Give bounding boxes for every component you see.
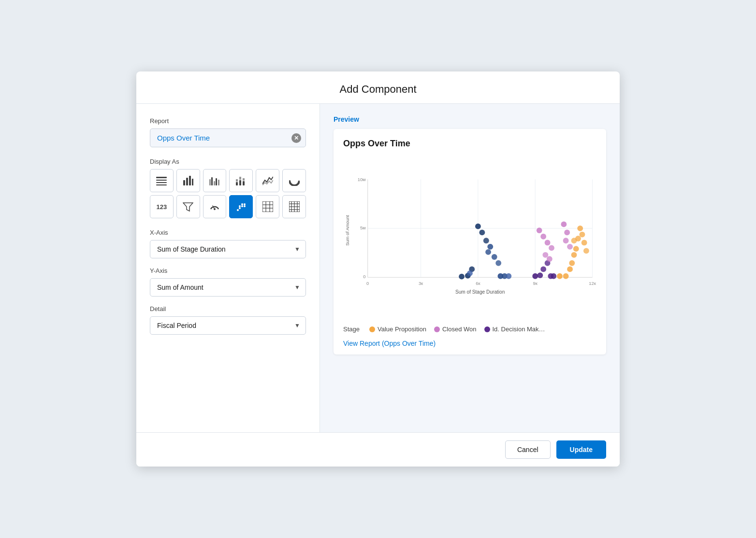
- chart-type-line[interactable]: [256, 169, 279, 192]
- svg-rect-9: [211, 177, 213, 185]
- svg-point-94: [561, 222, 567, 227]
- svg-rect-14: [236, 179, 238, 182]
- svg-text:9к: 9к: [533, 281, 538, 286]
- chart-type-donut[interactable]: [282, 169, 306, 192]
- chart-type-matrix[interactable]: [282, 195, 306, 218]
- svg-point-19: [290, 176, 299, 185]
- clear-report-button[interactable]: ✕: [291, 133, 301, 143]
- svg-point-75: [551, 273, 556, 279]
- svg-point-60: [479, 229, 485, 235]
- stacked-bar-icon: [236, 175, 247, 186]
- chart-preview-title: Opps Over Time: [343, 139, 596, 149]
- legend-dot-value-prop: [369, 326, 375, 332]
- svg-point-56: [459, 274, 465, 280]
- svg-point-86: [571, 252, 577, 258]
- svg-point-62: [487, 244, 493, 250]
- report-input[interactable]: Opps Over Time: [150, 128, 306, 147]
- yaxis-dropdown-wrapper: Sum of Amount ▼: [150, 278, 306, 297]
- svg-point-90: [580, 232, 585, 238]
- svg-rect-10: [214, 181, 215, 185]
- chart-type-table[interactable]: [150, 169, 174, 192]
- svg-point-22: [237, 209, 239, 211]
- svg-point-83: [563, 273, 569, 279]
- chart-type-bar[interactable]: [176, 169, 200, 192]
- legend-dot-closed-won: [434, 326, 440, 332]
- donut-icon: [289, 175, 300, 186]
- svg-text:3к: 3к: [419, 281, 423, 286]
- detail-dropdown-wrapper: Fiscal Period ▼: [150, 316, 306, 335]
- svg-point-91: [571, 238, 577, 243]
- svg-rect-3: [156, 184, 167, 185]
- legend-label-id-decision: Id. Decision Mak…: [493, 326, 545, 333]
- scatter-chart-svg: Sum of Amount 10м 5м 0 0 3к 6к 9к 12к Su…: [343, 156, 596, 321]
- svg-point-65: [495, 260, 501, 266]
- svg-rect-5: [186, 178, 188, 185]
- svg-text:12к: 12к: [589, 281, 596, 286]
- svg-point-61: [483, 238, 489, 243]
- xaxis-label: X-Axis: [150, 229, 306, 236]
- gauge-icon: [209, 201, 220, 212]
- chart-type-grid: 123: [150, 169, 306, 218]
- svg-point-59: [475, 224, 481, 229]
- data-table-icon: [262, 201, 273, 212]
- yaxis-select[interactable]: Sum of Amount: [150, 278, 306, 297]
- legend-item-value-prop: Value Proposition: [369, 326, 426, 333]
- yaxis-section: Y-Axis Sum of Amount ▼: [150, 267, 306, 297]
- funnel-icon: [183, 201, 193, 212]
- svg-rect-1: [156, 180, 167, 181]
- line-icon: [262, 175, 273, 186]
- detail-select[interactable]: Fiscal Period: [150, 316, 306, 335]
- svg-rect-13: [236, 182, 238, 185]
- svg-point-63: [485, 249, 491, 255]
- svg-point-96: [563, 238, 569, 243]
- svg-point-89: [577, 226, 583, 231]
- svg-point-95: [564, 229, 570, 235]
- xaxis-select[interactable]: Sum of Stage Duration: [150, 240, 306, 258]
- bar-icon: [183, 175, 193, 186]
- xaxis-chart-label: Sum of Stage Duration: [455, 289, 505, 295]
- chart-type-data-table[interactable]: [256, 195, 279, 218]
- chart-type-funnel[interactable]: [176, 195, 200, 218]
- xaxis-section: X-Axis Sum of Stage Duration ▼: [150, 229, 306, 258]
- view-report-link[interactable]: View Report (Opps Over Time): [343, 340, 436, 347]
- legend-label-value-prop: Value Proposition: [378, 326, 426, 333]
- legend-dot-id-decision: [484, 326, 490, 332]
- chart-legend: Stage Value Proposition Closed Won Id. D…: [343, 326, 596, 333]
- svg-rect-8: [209, 179, 211, 185]
- chart-type-scatter[interactable]: [229, 195, 253, 218]
- svg-point-97: [567, 244, 573, 250]
- svg-rect-29: [262, 201, 273, 212]
- chart-type-gauge[interactable]: [203, 195, 227, 218]
- chart-type-grouped-bar[interactable]: [203, 169, 227, 192]
- svg-point-72: [540, 266, 546, 272]
- display-as-section: Display As: [150, 158, 306, 218]
- svg-point-77: [540, 234, 546, 240]
- chart-type-stacked-bar[interactable]: [229, 169, 253, 192]
- svg-point-64: [492, 254, 497, 260]
- svg-rect-16: [239, 177, 241, 180]
- chart-area: Sum of Amount 10м 5м 0 0 3к 6к 9к 12к Su…: [343, 156, 596, 321]
- svg-text:0: 0: [366, 281, 369, 286]
- svg-point-24: [239, 205, 241, 207]
- svg-text:6к: 6к: [476, 281, 480, 286]
- report-input-wrapper: Opps Over Time ✕: [150, 128, 306, 147]
- svg-text:5м: 5м: [360, 226, 366, 230]
- dialog-header: Add Component: [136, 71, 620, 104]
- svg-point-25: [241, 205, 243, 207]
- svg-point-28: [244, 205, 246, 207]
- svg-rect-12: [218, 180, 219, 185]
- legend-item-closed-won: Closed Won: [434, 326, 477, 333]
- metric-icon: 123: [157, 203, 167, 211]
- svg-rect-18: [243, 178, 245, 181]
- dialog-body: Report Opps Over Time ✕ Display As: [136, 104, 620, 432]
- svg-point-84: [567, 266, 573, 272]
- preview-label: Preview: [334, 115, 606, 123]
- update-button[interactable]: Update: [556, 440, 606, 459]
- svg-point-80: [542, 252, 548, 258]
- svg-point-85: [569, 260, 575, 266]
- cancel-button[interactable]: Cancel: [505, 440, 551, 459]
- chart-type-metric[interactable]: 123: [150, 195, 174, 218]
- svg-point-26: [241, 203, 243, 205]
- svg-point-79: [549, 245, 554, 251]
- svg-rect-17: [243, 181, 245, 185]
